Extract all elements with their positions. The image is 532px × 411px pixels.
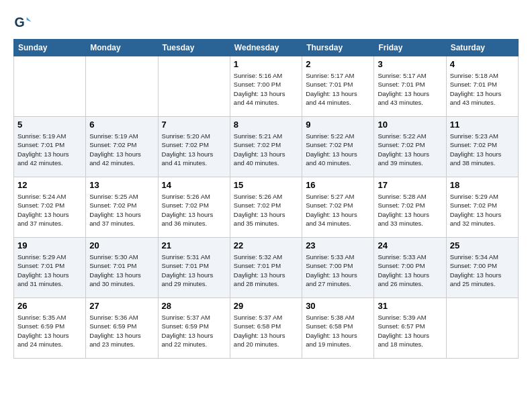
week-row-2: 5Sunrise: 5:19 AM Sunset: 7:01 PM Daylig… xyxy=(14,117,519,177)
day-cell: 8Sunrise: 5:21 AM Sunset: 7:02 PM Daylig… xyxy=(230,117,302,177)
day-number: 4 xyxy=(450,59,515,69)
weekday-header-sunday: Sunday xyxy=(14,40,86,56)
day-number: 23 xyxy=(306,240,370,250)
day-info: Sunrise: 5:25 AM Sunset: 7:02 PM Dayligh… xyxy=(89,192,154,228)
day-info: Sunrise: 5:20 AM Sunset: 7:02 PM Dayligh… xyxy=(162,132,226,167)
weekday-header-thursday: Thursday xyxy=(302,40,374,56)
day-info: Sunrise: 5:35 AM Sunset: 6:59 PM Dayligh… xyxy=(17,313,82,349)
day-cell: 17Sunrise: 5:28 AM Sunset: 7:02 PM Dayli… xyxy=(374,177,446,238)
day-number: 2 xyxy=(306,59,370,69)
day-info: Sunrise: 5:27 AM Sunset: 7:02 PM Dayligh… xyxy=(306,192,370,228)
day-info: Sunrise: 5:33 AM Sunset: 7:00 PM Dayligh… xyxy=(306,253,370,288)
day-info: Sunrise: 5:34 AM Sunset: 7:00 PM Dayligh… xyxy=(450,253,515,288)
day-cell: 23Sunrise: 5:33 AM Sunset: 7:00 PM Dayli… xyxy=(302,238,374,298)
day-cell xyxy=(446,298,518,359)
day-number: 26 xyxy=(17,301,82,311)
day-number: 16 xyxy=(306,180,370,190)
day-number: 3 xyxy=(378,59,442,69)
day-cell: 15Sunrise: 5:26 AM Sunset: 7:02 PM Dayli… xyxy=(230,177,302,238)
day-number: 24 xyxy=(378,240,442,250)
day-cell: 28Sunrise: 5:37 AM Sunset: 6:59 PM Dayli… xyxy=(158,298,230,359)
week-row-3: 12Sunrise: 5:24 AM Sunset: 7:02 PM Dayli… xyxy=(14,177,519,238)
day-cell: 21Sunrise: 5:31 AM Sunset: 7:01 PM Dayli… xyxy=(158,238,230,298)
day-cell xyxy=(158,56,230,117)
svg-marker-1 xyxy=(27,17,32,22)
weekday-header-monday: Monday xyxy=(86,40,158,56)
weekday-header-tuesday: Tuesday xyxy=(158,40,230,56)
calendar-table: SundayMondayTuesdayWednesdayThursdayFrid… xyxy=(13,39,519,359)
day-number: 6 xyxy=(89,120,154,130)
day-number: 13 xyxy=(89,180,154,190)
day-cell: 2Sunrise: 5:17 AM Sunset: 7:01 PM Daylig… xyxy=(302,56,374,117)
logo: G xyxy=(13,13,34,32)
day-info: Sunrise: 5:39 AM Sunset: 6:57 PM Dayligh… xyxy=(378,313,442,349)
day-number: 17 xyxy=(378,180,442,190)
day-number: 9 xyxy=(306,120,370,130)
day-number: 28 xyxy=(162,301,226,311)
week-row-4: 19Sunrise: 5:29 AM Sunset: 7:01 PM Dayli… xyxy=(14,238,519,298)
day-cell: 30Sunrise: 5:38 AM Sunset: 6:58 PM Dayli… xyxy=(302,298,374,359)
day-info: Sunrise: 5:30 AM Sunset: 7:01 PM Dayligh… xyxy=(89,253,154,288)
day-info: Sunrise: 5:26 AM Sunset: 7:02 PM Dayligh… xyxy=(162,192,226,228)
day-info: Sunrise: 5:24 AM Sunset: 7:02 PM Dayligh… xyxy=(17,192,82,228)
day-info: Sunrise: 5:38 AM Sunset: 6:58 PM Dayligh… xyxy=(306,313,370,349)
day-cell: 4Sunrise: 5:18 AM Sunset: 7:01 PM Daylig… xyxy=(446,56,518,117)
day-info: Sunrise: 5:37 AM Sunset: 6:59 PM Dayligh… xyxy=(162,313,226,349)
day-info: Sunrise: 5:29 AM Sunset: 7:01 PM Dayligh… xyxy=(17,253,82,288)
page-header: G xyxy=(13,13,519,32)
day-info: Sunrise: 5:37 AM Sunset: 6:58 PM Dayligh… xyxy=(234,313,298,349)
day-cell: 3Sunrise: 5:17 AM Sunset: 7:01 PM Daylig… xyxy=(374,56,446,117)
day-info: Sunrise: 5:17 AM Sunset: 7:01 PM Dayligh… xyxy=(306,71,370,107)
day-number: 21 xyxy=(162,240,226,250)
day-cell: 12Sunrise: 5:24 AM Sunset: 7:02 PM Dayli… xyxy=(14,177,86,238)
day-number: 10 xyxy=(378,120,442,130)
day-info: Sunrise: 5:23 AM Sunset: 7:02 PM Dayligh… xyxy=(450,132,515,167)
day-info: Sunrise: 5:22 AM Sunset: 7:02 PM Dayligh… xyxy=(378,132,442,167)
weekday-header-wednesday: Wednesday xyxy=(230,40,302,56)
weekday-header-row: SundayMondayTuesdayWednesdayThursdayFrid… xyxy=(14,40,519,56)
day-cell: 9Sunrise: 5:22 AM Sunset: 7:02 PM Daylig… xyxy=(302,117,374,177)
day-info: Sunrise: 5:16 AM Sunset: 7:00 PM Dayligh… xyxy=(234,71,298,107)
day-cell xyxy=(86,56,158,117)
day-number: 31 xyxy=(378,301,442,311)
weekday-header-friday: Friday xyxy=(374,40,446,56)
day-info: Sunrise: 5:32 AM Sunset: 7:01 PM Dayligh… xyxy=(234,253,298,288)
day-cell: 1Sunrise: 5:16 AM Sunset: 7:00 PM Daylig… xyxy=(230,56,302,117)
day-number: 29 xyxy=(234,301,298,311)
day-info: Sunrise: 5:28 AM Sunset: 7:02 PM Dayligh… xyxy=(378,192,442,228)
day-cell: 31Sunrise: 5:39 AM Sunset: 6:57 PM Dayli… xyxy=(374,298,446,359)
day-info: Sunrise: 5:17 AM Sunset: 7:01 PM Dayligh… xyxy=(378,71,442,107)
day-cell: 19Sunrise: 5:29 AM Sunset: 7:01 PM Dayli… xyxy=(14,238,86,298)
day-info: Sunrise: 5:36 AM Sunset: 6:59 PM Dayligh… xyxy=(89,313,154,349)
svg-text:G: G xyxy=(14,15,24,30)
day-number: 27 xyxy=(89,301,154,311)
day-cell xyxy=(14,56,86,117)
day-info: Sunrise: 5:31 AM Sunset: 7:01 PM Dayligh… xyxy=(162,253,226,288)
day-info: Sunrise: 5:26 AM Sunset: 7:02 PM Dayligh… xyxy=(234,192,298,228)
day-info: Sunrise: 5:19 AM Sunset: 7:02 PM Dayligh… xyxy=(89,132,154,167)
day-cell: 22Sunrise: 5:32 AM Sunset: 7:01 PM Dayli… xyxy=(230,238,302,298)
day-number: 15 xyxy=(234,180,298,190)
day-number: 5 xyxy=(17,120,82,130)
day-cell: 14Sunrise: 5:26 AM Sunset: 7:02 PM Dayli… xyxy=(158,177,230,238)
day-info: Sunrise: 5:21 AM Sunset: 7:02 PM Dayligh… xyxy=(234,132,298,167)
logo-icon: G xyxy=(13,13,32,32)
day-number: 18 xyxy=(450,180,515,190)
day-number: 19 xyxy=(17,240,82,250)
day-cell: 24Sunrise: 5:33 AM Sunset: 7:00 PM Dayli… xyxy=(374,238,446,298)
day-number: 1 xyxy=(234,59,298,69)
day-cell: 27Sunrise: 5:36 AM Sunset: 6:59 PM Dayli… xyxy=(86,298,158,359)
day-cell: 25Sunrise: 5:34 AM Sunset: 7:00 PM Dayli… xyxy=(446,238,518,298)
day-info: Sunrise: 5:19 AM Sunset: 7:01 PM Dayligh… xyxy=(17,132,82,167)
day-info: Sunrise: 5:29 AM Sunset: 7:02 PM Dayligh… xyxy=(450,192,515,228)
day-cell: 29Sunrise: 5:37 AM Sunset: 6:58 PM Dayli… xyxy=(230,298,302,359)
day-cell: 7Sunrise: 5:20 AM Sunset: 7:02 PM Daylig… xyxy=(158,117,230,177)
day-cell: 18Sunrise: 5:29 AM Sunset: 7:02 PM Dayli… xyxy=(446,177,518,238)
day-number: 25 xyxy=(450,240,515,250)
day-cell: 26Sunrise: 5:35 AM Sunset: 6:59 PM Dayli… xyxy=(14,298,86,359)
day-number: 12 xyxy=(17,180,82,190)
day-number: 20 xyxy=(89,240,154,250)
day-cell: 20Sunrise: 5:30 AM Sunset: 7:01 PM Dayli… xyxy=(86,238,158,298)
day-cell: 5Sunrise: 5:19 AM Sunset: 7:01 PM Daylig… xyxy=(14,117,86,177)
day-number: 8 xyxy=(234,120,298,130)
